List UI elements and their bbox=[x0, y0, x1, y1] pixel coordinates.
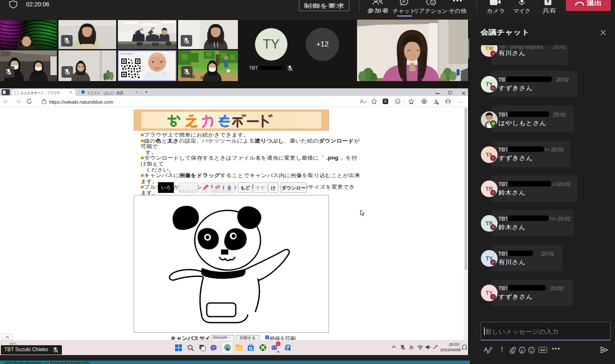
svg-text:A: A bbox=[360, 99, 363, 104]
svg-text:G: G bbox=[396, 100, 399, 104]
svg-text:T: T bbox=[272, 347, 274, 349]
svg-text:TBT SUZUKI: TBT SUZUKI bbox=[120, 52, 133, 55]
svg-text:O: O bbox=[285, 347, 288, 350]
svg-text:ρ: ρ bbox=[521, 348, 523, 353]
